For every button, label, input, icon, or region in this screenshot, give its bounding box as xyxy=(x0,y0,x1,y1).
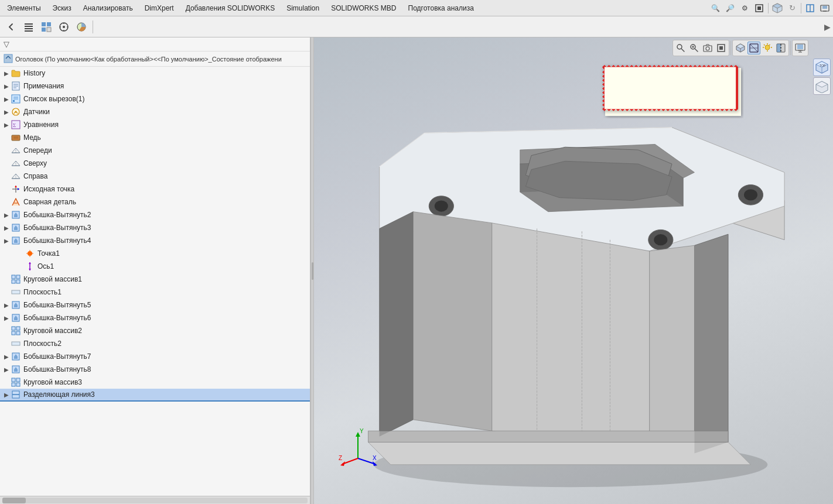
cube-main-btn[interactable]: TOP xyxy=(813,59,831,76)
rotate-icon[interactable]: ↻ xyxy=(785,1,799,15)
tree-button[interactable] xyxy=(38,19,54,35)
tree-item-right[interactable]: ▶ Справа xyxy=(0,170,310,183)
menu-item-elements[interactable]: Элементы xyxy=(1,2,47,15)
tree-item-boss3-label: Бобышка-Вытянуть4 xyxy=(23,236,91,245)
feature-icon-5 xyxy=(11,313,21,323)
crosshair-button[interactable] xyxy=(56,19,72,35)
expand-arrow-boss2: ▶ xyxy=(2,225,11,231)
menu-item-addins[interactable]: Добавления SOLIDWORKS xyxy=(180,2,281,15)
tree-item-boss3[interactable]: ▶ Бобышка-Вытянуть4 xyxy=(0,234,310,247)
tree-item-front[interactable]: ▶ Спереди xyxy=(0,144,310,157)
tree-item-material[interactable]: ▶ Медь xyxy=(0,131,310,144)
expand-arrow-notes: ▶ xyxy=(2,83,11,90)
svg-line-145 xyxy=(764,44,765,46)
cube-sub-btn[interactable] xyxy=(813,77,831,95)
tree-item-divline3[interactable]: ▶ Разделяющая линия3 xyxy=(0,389,310,402)
camera-icon[interactable] xyxy=(701,42,714,54)
pie-button[interactable] xyxy=(73,19,90,35)
list-button[interactable] xyxy=(21,19,37,35)
tree-item-history[interactable]: ▶ History xyxy=(0,67,310,80)
zoom-icon[interactable] xyxy=(688,42,701,54)
origin-icon xyxy=(11,184,21,194)
menu-item-simulation[interactable]: Simulation xyxy=(281,2,325,15)
tree-item-top[interactable]: ▶ Сверху xyxy=(0,157,310,170)
section-icon[interactable] xyxy=(803,1,817,15)
tree-item-pattern3[interactable]: ▶ Круговой массив3 xyxy=(0,376,310,389)
expand-arrow-history: ▶ xyxy=(2,70,11,77)
tree-item-plane1[interactable]: ▶ Плоскость1 xyxy=(0,286,310,299)
tree-item-plane2[interactable]: ▶ Плоскость2 xyxy=(0,337,310,350)
svg-rect-13 xyxy=(25,30,33,32)
svg-rect-12 xyxy=(25,28,33,29)
left-panel-scrollbar[interactable] xyxy=(0,496,310,504)
toolbar-expand[interactable]: ▶ xyxy=(824,22,831,32)
tree-item-axis1-label: Ось1 xyxy=(37,262,54,270)
back-button[interactable] xyxy=(3,19,19,35)
menu-item-analysis[interactable]: Подготовка анализа xyxy=(402,2,480,15)
plane-top-icon xyxy=(11,158,21,169)
tree-item-cutlist[interactable]: ▶ Список вырезов(1) xyxy=(0,92,310,105)
lights-icon[interactable] xyxy=(761,42,774,54)
svg-marker-102 xyxy=(413,212,491,431)
tooltip-box: Закрасить с кромками Отображение закраше… xyxy=(603,66,738,111)
expand-arrow-boss7: ▶ xyxy=(2,366,11,373)
tree-container: ▶ History ▶ Примечания ▶ xyxy=(0,67,310,496)
tree-item-boss7[interactable]: ▶ Бобышка-Вытянуть8 xyxy=(0,363,310,376)
tree-item-sensors[interactable]: ▶ Датчики xyxy=(0,105,310,118)
separator-v2 xyxy=(790,41,791,55)
svg-text:Z: Z xyxy=(339,455,342,461)
search-view-icon[interactable] xyxy=(674,42,687,54)
tree-item-point1[interactable]: ▶ Точка1 xyxy=(0,247,310,260)
pattern-icon-2 xyxy=(11,325,21,336)
filter-bar: ▽ xyxy=(0,37,310,52)
expand-arrow-divline3: ▶ xyxy=(2,392,11,398)
tree-item-front-label: Спереди xyxy=(23,146,52,155)
folder-icon xyxy=(11,68,21,78)
tree-item-boss7-label: Бобышка-Вытянуть8 xyxy=(23,365,91,373)
menu-item-mbd[interactable]: SOLIDWORKS MBD xyxy=(325,2,402,15)
shaded-edges-icon[interactable] xyxy=(747,42,760,54)
gear-icon[interactable]: ⚙ xyxy=(738,1,752,15)
svg-marker-112 xyxy=(694,234,728,453)
search-icon-2[interactable]: 🔎 xyxy=(723,1,737,15)
cube-3d-icon[interactable] xyxy=(734,42,747,54)
tree-item-history-label: History xyxy=(23,69,45,77)
tree-item-weld[interactable]: ▶ Сварная деталь xyxy=(0,196,310,208)
tree-item-origin[interactable]: ▶ Исходная точка xyxy=(0,183,310,196)
tree-item-boss2[interactable]: ▶ Бобышка-Вытянуть3 xyxy=(0,221,310,234)
svg-rect-73 xyxy=(12,327,15,330)
tree-item-equations[interactable]: ▶ Σ Уравнения xyxy=(0,118,310,131)
svg-text:Σ: Σ xyxy=(13,122,16,128)
menu-item-dimxpert[interactable]: DimXpert xyxy=(139,2,180,15)
tree-item-boss1[interactable]: ▶ Бобышка-Вытянуть2 xyxy=(0,208,310,221)
filter-icon[interactable]: ▽ xyxy=(4,40,9,49)
tree-item-axis1[interactable]: ▶ Ось1 xyxy=(0,260,310,273)
monitor-icon[interactable] xyxy=(794,42,807,54)
display-icon[interactable] xyxy=(818,1,832,15)
section-view-icon[interactable] xyxy=(774,42,787,54)
tree-item-pattern2-label: Круговой массив2 xyxy=(23,327,82,335)
menu-item-sketch[interactable]: Эскиз xyxy=(47,2,77,15)
svg-marker-105 xyxy=(492,223,650,459)
tree-item-pattern1-label: Круговой массив1 xyxy=(23,275,82,283)
tree-item-boss1-label: Бобышка-Вытянуть2 xyxy=(23,211,91,219)
plane-right-icon xyxy=(11,171,21,181)
tree-item-boss5[interactable]: ▶ Бобышка-Вытянуть6 xyxy=(0,311,310,324)
square-view-icon[interactable] xyxy=(715,42,728,54)
search-icon-1[interactable]: 🔍 xyxy=(708,1,722,15)
equation-icon: Σ xyxy=(11,119,21,130)
square-icon[interactable] xyxy=(752,1,766,15)
cube-icon[interactable] xyxy=(770,1,784,15)
tree-item-boss5-label: Бобышка-Вытянуть6 xyxy=(23,314,91,322)
tree-item-pattern2[interactable]: ▶ Круговой массив2 xyxy=(0,324,310,337)
svg-rect-75 xyxy=(12,331,15,335)
svg-rect-68 xyxy=(12,280,15,283)
separator-1 xyxy=(768,3,769,13)
svg-rect-70 xyxy=(12,290,20,294)
tree-item-pattern1[interactable]: ▶ Круговой массив1 xyxy=(0,273,310,286)
menu-item-analyze[interactable]: Анализировать xyxy=(77,2,139,15)
tree-item-boss4[interactable]: ▶ Бобышка-Вытянуть5 xyxy=(0,299,310,311)
tree-item-boss6[interactable]: ▶ Бобышка-Вытянуть7 xyxy=(0,350,310,363)
tree-item-notes[interactable]: ▶ Примечания xyxy=(0,80,310,92)
tree-item-cutlist-label: Список вырезов(1) xyxy=(23,95,84,103)
